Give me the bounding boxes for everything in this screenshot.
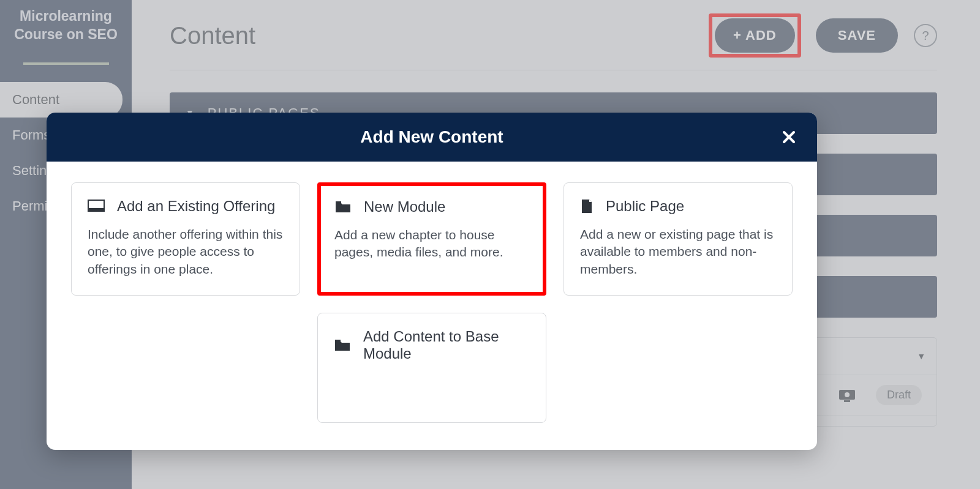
modal-body: Add an Existing Offering Include another… [47, 162, 817, 450]
card-title: Public Page [606, 198, 684, 215]
card-add-existing-offering[interactable]: Add an Existing Offering Include another… [71, 182, 300, 296]
card-new-module[interactable]: New Module Add a new chapter to house pa… [317, 182, 546, 296]
card-title-row: Add an Existing Offering [88, 198, 284, 215]
card-title-row: Add Content to Base Module [334, 328, 530, 362]
app-root: Microlearning Course on SEO Content Form… [0, 0, 980, 489]
svg-rect-9 [336, 201, 341, 204]
card-public-page[interactable]: Public Page Add a new or existing page t… [564, 182, 793, 296]
card-title: Add Content to Base Module [363, 328, 530, 362]
card-title: Add an Existing Offering [117, 198, 275, 215]
card-grid: Add an Existing Offering Include another… [71, 182, 793, 423]
page-icon [580, 198, 594, 214]
folder-icon [334, 338, 351, 352]
card-title: New Module [364, 198, 445, 215]
svg-rect-8 [88, 208, 104, 211]
card-spacer [334, 362, 530, 405]
offering-icon [88, 200, 105, 213]
card-desc: Include another offering within this one… [88, 226, 284, 278]
card-desc: Add a new chapter to house pages, media … [334, 226, 529, 261]
close-icon[interactable] [782, 130, 796, 144]
add-content-modal: Add New Content Add an Existing Offering… [47, 113, 817, 450]
folder-icon [334, 200, 352, 214]
card-add-content-base-module[interactable]: Add Content to Base Module [317, 313, 546, 423]
svg-rect-10 [335, 340, 341, 342]
card-title-row: Public Page [580, 198, 776, 215]
modal-header: Add New Content [47, 113, 817, 162]
modal-title: Add New Content [360, 127, 503, 147]
card-title-row: New Module [334, 198, 529, 215]
card-desc: Add a new or existing page that is avail… [580, 226, 776, 278]
